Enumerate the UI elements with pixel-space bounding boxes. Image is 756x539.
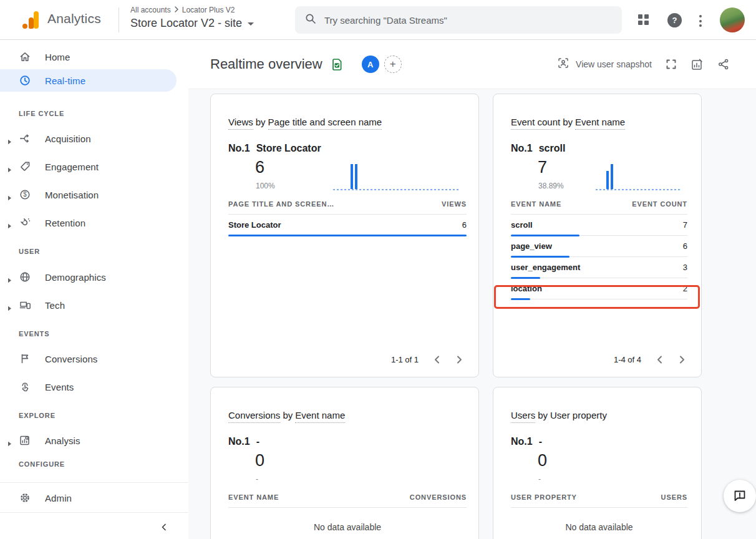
logo-dot (22, 24, 27, 29)
sidebar-item-home[interactable]: Home (0, 46, 177, 68)
sparkline-baseline (596, 189, 680, 190)
sparkline-chart (596, 164, 680, 189)
property-switcher[interactable]: Store Locator V2 - site (130, 17, 254, 30)
row-name: scroll (511, 220, 533, 230)
sparkline-bar (351, 164, 353, 189)
metric-share: - (256, 475, 258, 483)
by-text: by (283, 410, 293, 420)
sidebar-item-monetisation[interactable]: $ Monetisation (0, 183, 177, 206)
sparkline-chart (333, 164, 458, 189)
view-user-snapshot-label: View user snapshot (576, 59, 652, 69)
metric-link[interactable]: Users (511, 410, 535, 423)
sidebar-item-label: Admin (45, 493, 72, 503)
sidebar-item-label: Monetisation (45, 190, 99, 200)
sparkline-bar (611, 164, 613, 189)
expand-arrow-icon[interactable] (7, 164, 12, 175)
analytics-logo-icon[interactable] (22, 11, 40, 29)
dimension-link[interactable]: Event name (295, 410, 345, 423)
sidebar-section-lifecycle: LIFE CYCLE (19, 110, 64, 117)
pagination-next-icon[interactable] (455, 356, 463, 364)
metric-value: 0 (538, 451, 547, 470)
column-value: EVENT COUNT (632, 200, 687, 208)
globe-icon (19, 271, 31, 283)
row-value: 6 (683, 241, 687, 251)
sidebar-item-tech[interactable]: Tech (0, 294, 177, 316)
no-data-message: No data available (228, 522, 467, 532)
dollar-icon: $ (19, 188, 31, 201)
expand-arrow-icon[interactable] (7, 136, 12, 147)
breadcrumb-account[interactable]: Locator Plus V2 (182, 6, 235, 14)
column-value: CONVERSIONS (410, 493, 467, 501)
help-glyph: ? (672, 16, 677, 25)
chevron-right-icon (174, 6, 179, 14)
comparison-chip[interactable]: A (362, 56, 379, 73)
by-text: by (256, 117, 266, 127)
expand-arrow-icon[interactable] (7, 303, 12, 314)
pagination-prev-icon[interactable] (655, 356, 664, 364)
dimension-link[interactable]: Page title and screen name (268, 117, 382, 130)
collapse-sidebar-icon[interactable] (153, 518, 175, 537)
fullscreen-icon[interactable] (666, 59, 677, 70)
sparkline-bar (355, 164, 357, 189)
row-value: 7 (683, 220, 687, 230)
edit-chart-icon[interactable] (691, 58, 704, 71)
sidebar-item-demographics[interactable]: Demographics (0, 266, 177, 288)
sidebar-item-analysis[interactable]: Analysis (0, 429, 177, 452)
breadcrumb-all-accounts[interactable]: All accounts (130, 6, 171, 14)
sidebar-item-admin[interactable]: Admin (0, 487, 177, 509)
search-input[interactable] (324, 15, 612, 26)
column-value: USERS (661, 493, 687, 501)
expand-arrow-icon[interactable] (7, 438, 12, 449)
metric-value: 7 (538, 158, 547, 177)
expand-arrow-icon[interactable] (7, 192, 12, 203)
help-icon[interactable]: ? (667, 13, 682, 27)
table-row: user_engagement 3 (511, 257, 687, 278)
pagination: 1-4 of 4 (614, 355, 686, 364)
share-icon[interactable] (717, 58, 730, 70)
view-user-snapshot-button[interactable]: View user snapshot (557, 57, 652, 72)
pagination-next-icon[interactable] (677, 356, 686, 364)
dimension-link[interactable]: Event name (575, 117, 625, 130)
sidebar-section-configure: CONFIGURE (19, 460, 65, 468)
sidebar-item-acquisition[interactable]: Acquisition (0, 127, 177, 150)
add-comparison-icon[interactable]: + (384, 56, 402, 73)
feedback-button[interactable] (724, 480, 756, 512)
pagination-label: 1-1 of 1 (391, 355, 419, 364)
caret-down-icon (248, 22, 254, 26)
top-entry: No.1Store Locator (228, 143, 321, 154)
sidebar-item-label: Home (45, 52, 70, 62)
user-snapshot-icon (557, 57, 569, 72)
sidebar-item-retention[interactable]: Retention (0, 211, 177, 234)
avatar[interactable] (720, 7, 745, 32)
sidebar-item-events[interactable]: Events (0, 376, 177, 398)
flag-icon (19, 352, 31, 365)
metric-link[interactable]: Conversions (228, 410, 280, 423)
row-value: 3 (683, 263, 687, 272)
sidebar-item-conversions[interactable]: Conversions (0, 347, 177, 370)
expand-arrow-icon[interactable] (7, 274, 12, 286)
sidebar-item-label: Retention (45, 218, 85, 228)
card-table: USER PROPERTY USERS (511, 493, 687, 508)
main-content: Realtime overview A + View user snapshot (188, 41, 756, 539)
metric-link[interactable]: Event count (511, 117, 560, 130)
pagination-label: 1-4 of 4 (614, 355, 641, 364)
more-menu-icon[interactable] (698, 14, 703, 28)
metric-share: - (538, 475, 541, 483)
sidebar-item-engagement[interactable]: Engagement (0, 155, 177, 178)
devices-icon (19, 299, 31, 311)
apps-grid-icon[interactable] (637, 14, 649, 26)
card-event-count: Event countbyEvent name No.1scroll 7 38.… (493, 94, 702, 377)
top-bar: Analytics All accounts Locator Plus V2 S… (0, 0, 756, 40)
sidebar-item-real-time[interactable]: Real-time (0, 69, 177, 92)
row-name: location (511, 284, 542, 293)
column-dimension: USER PROPERTY (511, 493, 577, 501)
metric-link[interactable]: Views (228, 117, 253, 130)
expand-arrow-icon[interactable] (7, 220, 12, 231)
sidebar-item-label: Events (45, 382, 74, 392)
search-bar[interactable] (295, 6, 622, 34)
pagination-prev-icon[interactable] (432, 356, 441, 364)
column-value: VIEWS (442, 200, 467, 208)
realtime-data-ok-icon[interactable] (330, 58, 343, 71)
dimension-label: User property (550, 410, 607, 420)
sidebar-section-events: EVENTS (19, 330, 49, 337)
